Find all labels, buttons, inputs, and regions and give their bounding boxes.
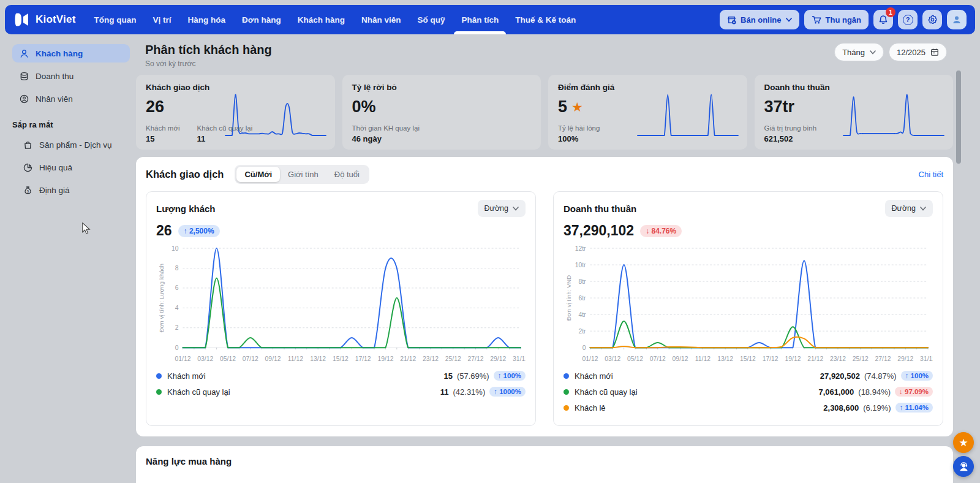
thu-ngan-button[interactable]: Thu ngân — [804, 10, 869, 29]
sidebar-item-label: Doanh thu — [36, 72, 74, 81]
sidebar-item-nhan-vien[interactable]: Nhân viên — [12, 89, 130, 108]
help-button[interactable]: ? — [898, 10, 918, 29]
settings-button[interactable] — [922, 10, 942, 29]
notification-badge: 1 — [886, 7, 895, 17]
sidebar-item-label: Nhân viên — [36, 94, 73, 104]
khach-giao-dich-section: Khách giao dịch Cũ/Mới Giới tính Độ tuổi… — [136, 157, 953, 436]
nav-phan-tich[interactable]: Phân tích — [461, 5, 499, 34]
detail-link[interactable]: Chi tiết — [919, 170, 943, 179]
stat-value: 5 — [558, 97, 567, 116]
svg-text:27/12: 27/12 — [875, 356, 891, 362]
svg-text:8: 8 — [175, 265, 179, 272]
stat-metric: Thời gian KH quay lại 46 ngày — [352, 124, 420, 143]
period-selector-value: Tháng — [842, 48, 865, 57]
bell-icon — [878, 15, 888, 25]
series-dot — [564, 405, 569, 411]
sidebar-item-khach-hang[interactable]: Khách hàng — [12, 44, 130, 63]
period-selector[interactable]: Tháng — [834, 43, 884, 61]
svg-text:19/12: 19/12 — [785, 356, 801, 362]
sidebar: Khách hàng Doanh thu Nhân viên Sắp ra mắ… — [12, 44, 130, 203]
stat-metric: Khách cũ quay lại 11 — [197, 124, 252, 143]
series-change-badge: ↑ 100% — [494, 371, 526, 381]
store-plus-icon — [727, 15, 736, 25]
date-picker[interactable]: 12/2025 — [889, 43, 947, 61]
stat-card-ty-le-roi-bo[interactable]: Tỷ lệ rời bỏ 0% Thời gian KH quay lại 46… — [342, 75, 541, 150]
notifications-button[interactable]: 1 — [873, 10, 893, 29]
svg-text:23/12: 23/12 — [423, 356, 439, 362]
sidebar-item-label: Khách hàng — [36, 49, 83, 58]
svg-text:01/12: 01/12 — [582, 356, 598, 362]
sidebar-item-hieu-qua[interactable]: Hiệu quả — [12, 158, 130, 177]
rewards-floating-button[interactable]: ★ — [953, 432, 974, 453]
star-icon: ★ — [959, 436, 968, 449]
stat-title: Điểm đánh giá — [558, 83, 737, 92]
stat-card-diem-danh-gia[interactable]: Điểm đánh giá 5 ★ Tỷ lệ hài lòng 100% — [548, 75, 747, 150]
chevron-down-icon — [513, 207, 519, 211]
ban-online-label: Bán online — [741, 15, 781, 25]
sidebar-item-doanh-thu[interactable]: Doanh thu — [12, 67, 130, 85]
series-dot — [564, 373, 569, 379]
stat-card-khach-giao-dich[interactable]: Khách giao dịch 26 Khách mới 15 Khách cũ… — [136, 75, 335, 150]
nav-vi-tri[interactable]: Vị trí — [153, 5, 172, 34]
chart-type-selector[interactable]: Đường — [478, 200, 526, 217]
stat-title: Khách giao dịch — [146, 83, 325, 92]
tab-gioi-tinh[interactable]: Giới tính — [280, 167, 326, 182]
svg-text:8tr: 8tr — [578, 278, 586, 285]
series-change-badge: ↑ 100% — [901, 371, 933, 381]
header-controls: Tháng 12/2025 — [834, 43, 947, 61]
nang-luc-mua-hang-section: Năng lực mua hàng — [136, 446, 953, 483]
nav-so-quy[interactable]: Sổ quỹ — [417, 5, 445, 34]
nav-khach-hang[interactable]: Khách hàng — [298, 5, 345, 34]
luong-khach-chart-card: Lượng khách Đường 26 ↑ 2,500% 0246810Đơn… — [146, 191, 536, 426]
kiotviet-logo-icon — [13, 11, 31, 28]
chart-title: Doanh thu thuần — [564, 203, 636, 214]
nav-tong-quan[interactable]: Tổng quan — [94, 5, 137, 34]
section-title: Khách giao dịch — [146, 169, 224, 180]
svg-text:03/12: 03/12 — [605, 356, 620, 362]
app-screen: KiotViet Tổng quan Vị trí Hàng hóa Đơn h… — [0, 0, 980, 483]
bottom-section-title: Năng lực mua hàng — [146, 456, 943, 466]
chevron-down-icon — [786, 18, 792, 22]
top-navbar: KiotViet Tổng quan Vị trí Hàng hóa Đơn h… — [5, 5, 975, 34]
avatar-person-icon — [951, 14, 962, 25]
sidebar-item-san-pham-dich-vu[interactable]: Sản phẩm - Dịch vụ — [12, 135, 130, 154]
series-dot — [564, 389, 569, 395]
ban-online-button[interactable]: Bán online — [720, 10, 799, 29]
kiotviet-logo[interactable]: KiotViet — [13, 11, 76, 28]
chart-legend: Khách mới 15 (57.69%) ↑ 100% Khách cũ qu… — [156, 368, 526, 400]
svg-text:11/12: 11/12 — [288, 356, 303, 362]
support-floating-button[interactable] — [953, 456, 974, 477]
main-nav: Tổng quan Vị trí Hàng hóa Đơn hàng Khách… — [94, 5, 576, 34]
gear-icon — [927, 15, 938, 25]
svg-text:23/12: 23/12 — [830, 356, 846, 362]
brand-name: KiotViet — [36, 13, 76, 26]
nav-hang-hoa[interactable]: Hàng hóa — [188, 5, 226, 34]
svg-text:01/12: 01/12 — [175, 356, 191, 362]
series-change-badge: ↑ 11.04% — [895, 403, 933, 413]
scrollbar-thumb[interactable] — [956, 70, 961, 164]
svg-text:21/12: 21/12 — [807, 356, 823, 362]
svg-text:17/12: 17/12 — [355, 356, 371, 362]
sidebar-item-label: Hiệu quả — [39, 163, 72, 172]
svg-text:Đơn vị tính: VND: Đơn vị tính: VND — [565, 275, 572, 321]
legend-row: Khách mới 15 (57.69%) ↑ 100% — [156, 368, 526, 384]
user-avatar[interactable] — [947, 10, 967, 29]
nav-thue-ke-toan[interactable]: Thuế & Kế toán — [515, 5, 576, 34]
stat-card-doanh-thu-thuan[interactable]: Doanh thu thuần 37tr Giá trị trung bình … — [755, 75, 954, 150]
svg-text:17/12: 17/12 — [763, 356, 778, 362]
tab-cu-moi[interactable]: Cũ/Mới — [236, 167, 280, 182]
nav-don-hang[interactable]: Đơn hàng — [242, 5, 281, 34]
svg-text:25/12: 25/12 — [445, 356, 461, 362]
chart-type-selector[interactable]: Đường — [885, 200, 933, 217]
svg-text:13/12: 13/12 — [310, 356, 326, 362]
money-bag-icon: $ — [23, 186, 33, 195]
svg-text:25/12: 25/12 — [853, 356, 869, 362]
legend-row: Khách mới 27,920,502 (74.87%) ↑ 100% — [564, 368, 933, 384]
svg-text:0: 0 — [175, 344, 179, 351]
sidebar-item-dinh-gia[interactable]: $ Định giá — [12, 181, 130, 199]
stat-metric: Khách mới 15 — [146, 124, 179, 143]
doanh-thu-line-chart: 02tr4tr6tr8tr10tr12trĐơn vị tính: VND01/… — [564, 242, 933, 365]
nav-nhan-vien[interactable]: Nhân viên — [361, 5, 401, 34]
tab-do-tuoi[interactable]: Độ tuổi — [326, 167, 368, 182]
legend-row: Khách cũ quay lại 11 (42.31%) ↑ 1000% — [156, 384, 526, 400]
